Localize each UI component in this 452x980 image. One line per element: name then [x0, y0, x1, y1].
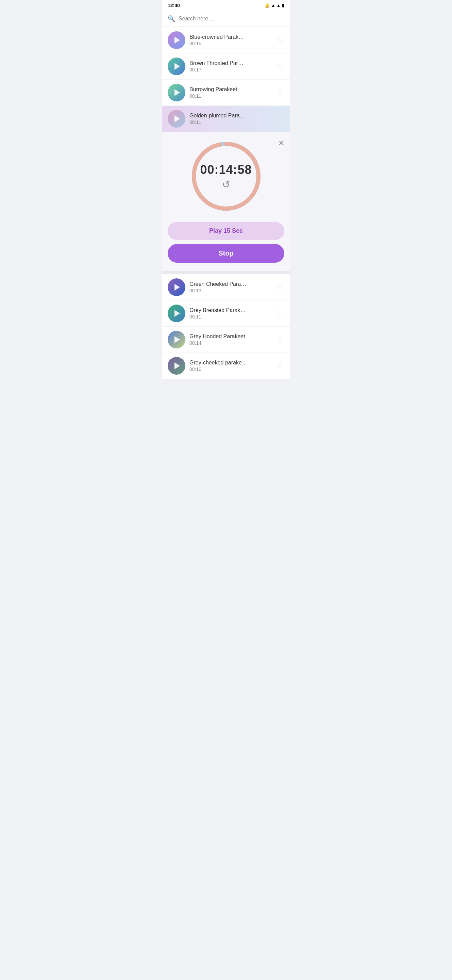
- avatar: [168, 110, 186, 127]
- play-icon: [174, 115, 180, 122]
- separator: [162, 271, 290, 274]
- item-duration: 00:10: [189, 366, 271, 372]
- favorite-button[interactable]: ♡: [276, 61, 284, 72]
- list-item[interactable]: Brown Throated Par… 00:17 ♡: [162, 53, 290, 79]
- item-title: Blue-crowned Parak…: [189, 34, 271, 40]
- heart-icon: ♡: [277, 62, 283, 70]
- item-title: Golden-plumed Para…: [189, 113, 271, 119]
- item-info: Blue-crowned Parak… 00:15: [189, 34, 271, 46]
- avatar: [168, 31, 186, 49]
- play-icon: [174, 363, 180, 369]
- item-duration: 00:11: [189, 119, 271, 125]
- avatar: [168, 305, 186, 322]
- heart-icon: ♡: [277, 336, 283, 344]
- heart-icon: ♡: [277, 36, 283, 44]
- notification-icon: 🔔: [265, 3, 270, 8]
- heart-icon: ♡: [277, 283, 283, 291]
- list-item[interactable]: Burrowing Parakeet 00:11 ♡: [162, 80, 290, 105]
- play-icon: [174, 37, 180, 43]
- list-item[interactable]: Grey-cheeked parake… 00:10 ♡: [162, 353, 290, 379]
- list-item[interactable]: Golden-plumed Para… 00:11 ♡: [162, 106, 290, 132]
- lower-list: Green Cheeked Para… 00:13 ♡ Grey Breaste…: [162, 274, 290, 379]
- list-item[interactable]: Grey Hooded Parakeet 00:14 ♡: [162, 327, 290, 353]
- list-item[interactable]: Grey Breasted Parak… 00:11 ♡: [162, 301, 290, 326]
- item-info: Grey-cheeked parake… 00:10: [189, 360, 271, 372]
- timer-container: 00:14:58 ↺ ✕: [168, 139, 284, 214]
- close-button[interactable]: ✕: [278, 139, 284, 148]
- list-item[interactable]: Green Cheeked Para… 00:13 ♡: [162, 274, 290, 300]
- item-info: Green Cheeked Para… 00:13: [189, 281, 271, 293]
- list-item[interactable]: Blue-crowned Parak… 00:15 ♡: [162, 27, 290, 53]
- play-icon: [174, 63, 180, 70]
- heart-icon: ♡: [277, 89, 283, 97]
- item-duration: 00:15: [189, 41, 271, 46]
- item-title: Green Cheeked Para…: [189, 281, 271, 287]
- avatar: [168, 357, 186, 375]
- favorite-button[interactable]: ♡: [276, 113, 284, 124]
- avatar: [168, 278, 186, 296]
- item-title: Burrowing Parakeet: [189, 86, 271, 92]
- favorite-button[interactable]: ♡: [276, 308, 284, 319]
- status-icons: 🔔 ▲ ▲ ▮: [265, 3, 284, 8]
- player-panel: 00:14:58 ↺ ✕ Play 15 Sec Stop: [162, 132, 290, 271]
- search-input[interactable]: [179, 16, 284, 22]
- item-info: Brown Throated Par… 00:17: [189, 60, 271, 73]
- status-bar: 12:40 🔔 ▲ ▲ ▮: [162, 0, 290, 11]
- timer-inner: 00:14:58 ↺: [200, 163, 252, 190]
- favorite-button[interactable]: ♡: [276, 87, 284, 98]
- favorite-button[interactable]: ♡: [276, 360, 284, 371]
- upper-list: Blue-crowned Parak… 00:15 ♡ Brown Throat…: [162, 27, 290, 132]
- item-info: Grey Breasted Parak… 00:11: [189, 307, 271, 320]
- favorite-button[interactable]: ♡: [276, 282, 284, 293]
- item-info: Grey Hooded Parakeet 00:14: [189, 334, 271, 346]
- search-bar: 🔍: [162, 11, 290, 27]
- avatar: [168, 57, 186, 75]
- item-title: Grey Hooded Parakeet: [189, 334, 271, 340]
- play-icon: [174, 284, 180, 291]
- timer-time: 00:14:58: [200, 163, 252, 177]
- battery-icon: ▮: [282, 3, 284, 8]
- avatar: [168, 331, 186, 348]
- item-title: Grey Breasted Parak…: [189, 307, 271, 313]
- play-15-button[interactable]: Play 15 Sec: [168, 222, 284, 240]
- play-icon: [174, 89, 180, 96]
- item-info: Burrowing Parakeet 00:11: [189, 86, 271, 99]
- wifi-icon: ▲: [271, 3, 275, 8]
- item-duration: 00:11: [189, 93, 271, 99]
- item-duration: 00:17: [189, 67, 271, 73]
- search-icon: 🔍: [168, 15, 175, 22]
- item-title: Grey-cheeked parake…: [189, 360, 271, 366]
- timer-circle: 00:14:58 ↺: [189, 139, 263, 214]
- favorite-button[interactable]: ♡: [276, 334, 284, 345]
- item-duration: 00:14: [189, 340, 271, 346]
- signal-icon: ▲: [276, 3, 281, 8]
- play-icon: [174, 336, 180, 343]
- heart-icon: ♡: [277, 309, 283, 318]
- item-info: Golden-plumed Para… 00:11: [189, 113, 271, 125]
- item-duration: 00:13: [189, 288, 271, 293]
- avatar: [168, 84, 186, 102]
- reset-icon[interactable]: ↺: [200, 179, 252, 190]
- item-duration: 00:11: [189, 314, 271, 320]
- stop-button[interactable]: Stop: [168, 244, 284, 263]
- item-title: Brown Throated Par…: [189, 60, 271, 66]
- favorite-button[interactable]: ♡: [276, 35, 284, 46]
- heart-icon: ♡: [277, 362, 283, 370]
- status-time: 12:40: [168, 3, 180, 8]
- heart-icon: ♡: [277, 115, 283, 123]
- play-icon: [174, 310, 180, 317]
